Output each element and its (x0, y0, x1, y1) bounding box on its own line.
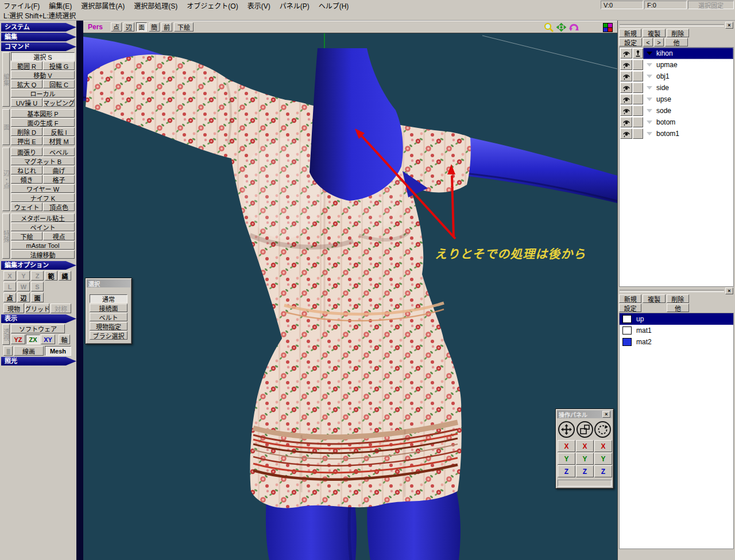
axis-button[interactable]: X (594, 440, 612, 452)
visibility-eye-icon[interactable] (620, 129, 632, 139)
selection-mode-button[interactable]: 現物指定 (90, 322, 127, 330)
selection-mode-button[interactable]: 通常 (90, 294, 127, 303)
current-object-icon[interactable] (633, 94, 643, 104)
material-row[interactable]: mat1 (620, 325, 733, 336)
command-button[interactable]: 下絵 (11, 232, 42, 240)
axis-button[interactable]: Z (594, 465, 612, 477)
command-button[interactable]: 面の生成 F (11, 118, 75, 127)
object-row[interactable]: upmae (620, 59, 733, 71)
command-button[interactable]: マッピング (43, 98, 75, 107)
edit-option-button[interactable]: X (3, 271, 16, 281)
view-mode-button[interactable]: 辺 (123, 22, 134, 32)
menu-item[interactable]: 編集(E) (49, 1, 72, 10)
command-button[interactable]: ベベル (43, 147, 75, 156)
view-mode-button[interactable]: 点 (111, 22, 122, 32)
section-edit-options[interactable]: 編集オプション (1, 261, 76, 270)
expand-triangle-icon[interactable] (647, 120, 652, 124)
axis-button[interactable]: X (558, 440, 575, 452)
current-object-icon[interactable] (633, 117, 643, 127)
edit-option-button[interactable]: 対称 (51, 304, 71, 313)
object-panel-splitter[interactable]: × (619, 22, 734, 29)
edit-option-button[interactable]: 縄 (59, 271, 71, 281)
selection-mode-button[interactable]: ベルト (90, 313, 127, 321)
command-button[interactable]: 投縄 G (43, 61, 75, 70)
object-duplicate-button[interactable]: 複製 (643, 29, 665, 37)
edit-option-button[interactable]: 面 (31, 293, 44, 302)
axis-button[interactable]: Y (576, 453, 594, 465)
view-mode-button[interactable]: 簡 (149, 22, 160, 32)
edit-option-button[interactable]: 辺 (17, 293, 30, 302)
visibility-eye-icon[interactable] (620, 117, 632, 127)
command-button[interactable]: ローカル (11, 89, 75, 98)
object-settings-button[interactable]: 設定 (619, 38, 642, 46)
expand-triangle-icon[interactable] (647, 86, 652, 90)
current-object-icon[interactable] (633, 60, 643, 70)
material-other-button[interactable]: 他 (667, 304, 689, 312)
pan-icon[interactable] (556, 22, 567, 32)
rotate-view-icon[interactable] (568, 22, 579, 32)
object-row[interactable]: sode (620, 105, 733, 116)
view-mode-button[interactable]: 面 (136, 22, 147, 32)
axis-button[interactable]: Y (594, 453, 612, 465)
expand-triangle-icon[interactable] (647, 63, 652, 67)
current-object-icon[interactable] (633, 106, 643, 116)
plane-view-button[interactable]: ZX (26, 335, 40, 344)
visibility-eye-icon[interactable] (620, 94, 632, 104)
command-button[interactable]: ねじれ (11, 166, 42, 174)
close-icon[interactable]: × (602, 411, 610, 418)
section-command[interactable]: コマンド (1, 42, 76, 51)
visibility-eye-icon[interactable] (620, 83, 632, 93)
selection-lock-toggle[interactable]: 選択固定 (688, 1, 734, 9)
material-swatch[interactable] (622, 338, 632, 346)
expand-triangle-icon[interactable] (647, 75, 652, 78)
command-button[interactable]: ワイヤー W (11, 184, 75, 193)
object-prev-button[interactable]: < (643, 38, 653, 46)
command-button[interactable]: 移動 V (11, 71, 75, 79)
scale-tool-icon[interactable] (577, 421, 593, 438)
object-row[interactable]: kihon (620, 48, 733, 59)
command-button[interactable]: 拡大 Q (11, 80, 42, 88)
edit-option-button[interactable]: Y (17, 271, 30, 281)
menu-item[interactable]: パネル(P) (280, 1, 310, 10)
menu-item[interactable]: ヘルプ(H) (319, 1, 349, 10)
material-row[interactable]: mat2 (620, 336, 733, 348)
axis-button[interactable]: Y (558, 453, 575, 465)
rotate-tool-icon[interactable] (594, 421, 611, 438)
command-button[interactable]: mAstar Tool (11, 241, 75, 250)
material-panel-splitter[interactable]: × (619, 287, 734, 294)
move-tool-icon[interactable] (558, 421, 575, 438)
plane-view-button[interactable]: XY (41, 335, 55, 344)
expand-triangle-icon[interactable] (647, 109, 652, 112)
expand-triangle-icon[interactable] (647, 52, 652, 55)
viewport-3d[interactable]: えりとそでの処理は後から (83, 33, 617, 560)
selection-mode-button[interactable]: 接続面 (90, 304, 127, 312)
plane-view-button[interactable]: 軸 (59, 335, 70, 344)
command-button[interactable]: 材質 M (43, 137, 75, 145)
edit-option-button[interactable]: 範 (45, 271, 57, 281)
visibility-eye-icon[interactable] (620, 106, 632, 116)
object-next-button[interactable]: > (654, 38, 664, 46)
software-render-button[interactable]: ソフトウェア (11, 324, 65, 333)
visibility-eye-icon[interactable] (620, 71, 632, 81)
mesh-toggle-button[interactable]: Mesh (45, 346, 71, 356)
quad-view-icon[interactable] (603, 23, 613, 32)
view-mode-button[interactable]: 前 (161, 22, 172, 32)
line-draw-button[interactable]: 線画 (14, 346, 44, 356)
menu-item[interactable]: 選択部処理(S) (134, 1, 177, 10)
material-delete-button[interactable]: 削除 (667, 294, 689, 303)
object-row[interactable]: botom (620, 116, 733, 128)
current-object-icon[interactable] (633, 129, 643, 139)
axis-button[interactable]: Z (558, 465, 575, 477)
section-display[interactable]: 表示 (1, 314, 76, 323)
command-button[interactable]: ナイフ K (11, 193, 75, 202)
material-row[interactable]: up (620, 313, 733, 325)
close-icon[interactable]: × (725, 22, 733, 29)
close-icon[interactable]: × (725, 287, 733, 294)
section-edit[interactable]: 編集 (1, 33, 76, 41)
edit-option-button[interactable]: 点 (3, 293, 16, 302)
operation-panel-titlebar[interactable]: 操作パネル × (557, 410, 612, 418)
material-duplicate-button[interactable]: 複製 (643, 294, 665, 303)
edit-option-button[interactable]: Z (31, 271, 44, 281)
object-row[interactable]: upse (620, 94, 733, 105)
selection-mode-button[interactable]: ブラシ選択 (90, 331, 127, 340)
